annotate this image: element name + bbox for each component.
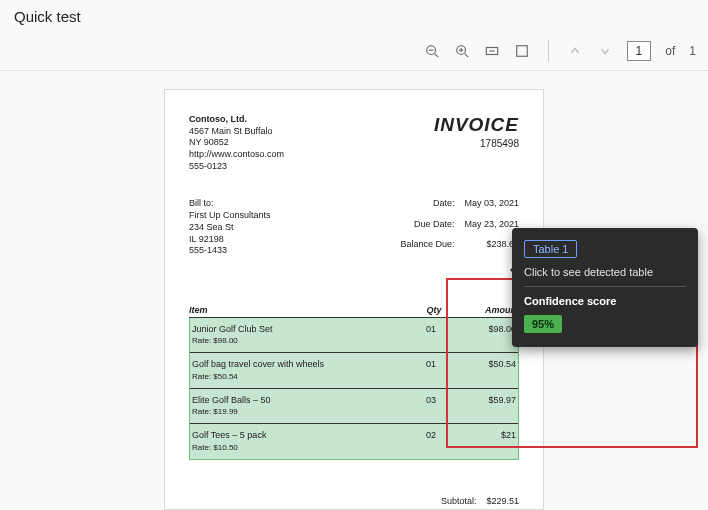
company-block: Contoso, Ltd. 4567 Main St Buffalo NY 90… xyxy=(189,114,284,172)
meta-due-label: Due Date: xyxy=(400,219,454,237)
fit-width-icon[interactable] xyxy=(484,43,500,59)
table-chip[interactable]: Table 1 xyxy=(524,240,577,258)
invoice-word: INVOICE xyxy=(434,114,519,136)
invoice-number: 1785498 xyxy=(434,138,519,149)
billto-block: Bill to: First Up Consultants 234 Sea St… xyxy=(189,198,271,256)
zoom-out-icon[interactable] xyxy=(424,43,440,59)
item-amt: $21 xyxy=(456,430,516,440)
item-rate: Rate: $98.00 xyxy=(192,336,238,345)
company-addr2: NY 90852 xyxy=(189,137,229,147)
svg-line-4 xyxy=(464,54,468,58)
item-amt: $59.97 xyxy=(456,395,516,405)
company-name: Contoso, Ltd. xyxy=(189,114,247,124)
billto-addr2: IL 92198 xyxy=(189,234,224,244)
th-amount: Amount xyxy=(459,305,519,315)
billto-label: Bill to: xyxy=(189,198,214,208)
item-name: Junior Golf Club Set xyxy=(192,324,273,334)
subtotal-value: $229.51 xyxy=(486,496,519,506)
item-name: Golf Tees – 5 pack xyxy=(192,430,266,440)
meta-bal-label: Balance Due: xyxy=(400,239,454,257)
meta-bal-value: $238.61 xyxy=(464,239,519,257)
billto-phone: 555-1433 xyxy=(189,245,227,255)
table-header: Item Qty Amount xyxy=(189,305,519,318)
tooltip-hint: Click to see detected table xyxy=(524,266,686,278)
item-name: Elite Golf Balls – 50 xyxy=(192,395,271,405)
fit-page-icon[interactable] xyxy=(514,43,530,59)
table-row: Golf bag travel cover with wheelsRate: $… xyxy=(190,352,518,388)
invoice-document[interactable]: Contoso, Ltd. 4567 Main St Buffalo NY 90… xyxy=(164,89,544,510)
billto-name: First Up Consultants xyxy=(189,210,271,220)
item-qty: 01 xyxy=(406,324,456,334)
subtotal-label: Subtotal: xyxy=(359,496,486,506)
zoom-in-icon[interactable] xyxy=(454,43,470,59)
totals-block: Subtotal: $229.51 Tax (2%): $4.60 Shippi… xyxy=(359,496,519,510)
item-amt: $50.54 xyxy=(456,359,516,369)
item-rate: Rate: $19.99 xyxy=(192,407,238,416)
company-phone: 555-0123 xyxy=(189,161,227,171)
page-number-input[interactable]: 1 xyxy=(627,41,652,61)
table-row: Golf Tees – 5 packRate: $10.50 02 $21 xyxy=(190,423,518,459)
item-rate: Rate: $50.54 xyxy=(192,372,238,381)
meta-date-label: Date: xyxy=(400,198,454,216)
th-qty: Qty xyxy=(409,305,459,315)
svg-line-1 xyxy=(434,54,438,58)
tooltip-divider xyxy=(524,286,686,287)
th-item: Item xyxy=(189,305,409,315)
confidence-score: 95% xyxy=(524,315,562,333)
confidence-label: Confidence score xyxy=(524,295,686,307)
item-qty: 03 xyxy=(406,395,456,405)
page-title: Quick test xyxy=(0,0,708,37)
table-row: Elite Golf Balls – 50Rate: $19.99 03 $59… xyxy=(190,388,518,424)
viewer-toolbar: 1 of 1 xyxy=(424,40,696,62)
toolbar-divider xyxy=(548,40,549,62)
meta-due-value: May 23, 2021 xyxy=(464,219,519,237)
invoice-meta: Date: May 03, 2021 Due Date: May 23, 202… xyxy=(400,198,519,256)
billto-addr1: 234 Sea St xyxy=(189,222,234,232)
meta-date-value: May 03, 2021 xyxy=(464,198,519,216)
detected-table[interactable]: Junior Golf Club SetRate: $98.00 01 $98.… xyxy=(189,318,519,460)
next-page-icon xyxy=(597,43,613,59)
company-addr1: 4567 Main St Buffalo xyxy=(189,126,272,136)
table-row: Junior Golf Club SetRate: $98.00 01 $98.… xyxy=(190,318,518,353)
company-url: http://www.contoso.com xyxy=(189,149,284,159)
invoice-title-block: INVOICE 1785498 xyxy=(434,114,519,172)
item-rate: Rate: $10.50 xyxy=(192,443,238,452)
item-qty: 02 xyxy=(406,430,456,440)
page-of-label: of xyxy=(665,44,675,58)
table-tooltip[interactable]: Table 1 Click to see detected table Conf… xyxy=(512,228,698,347)
item-qty: 01 xyxy=(406,359,456,369)
page-total: 1 xyxy=(689,44,696,58)
svg-rect-9 xyxy=(516,46,527,57)
prev-page-icon xyxy=(567,43,583,59)
item-amt: $98.00 xyxy=(456,324,516,334)
item-name: Golf bag travel cover with wheels xyxy=(192,359,324,369)
